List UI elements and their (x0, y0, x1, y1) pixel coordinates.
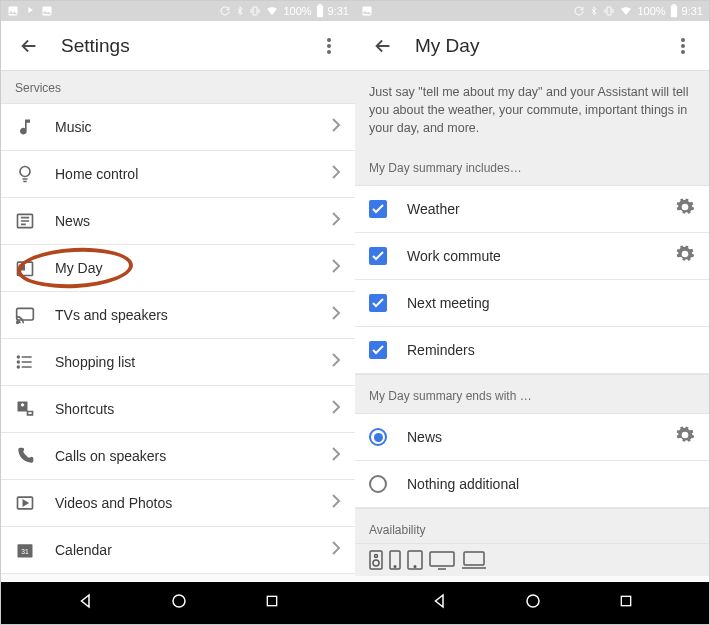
today-icon (15, 258, 35, 278)
triangle-back-icon (431, 592, 449, 610)
overflow-button[interactable] (317, 34, 341, 58)
music-note-icon (15, 117, 35, 137)
row-label: News (55, 213, 331, 229)
radio-label: Nothing additional (407, 476, 695, 492)
svg-rect-12 (17, 308, 34, 320)
chevron-right-icon (331, 494, 341, 508)
radio-nothing[interactable]: Nothing additional (355, 461, 709, 508)
news-icon (15, 211, 35, 231)
chevron-right-icon (331, 259, 341, 273)
tablet-icon (407, 550, 423, 570)
back-button[interactable] (369, 32, 397, 60)
tv-icon (429, 550, 455, 570)
row-label: Calendar (55, 542, 331, 558)
back-button[interactable] (15, 32, 43, 60)
radio-icon[interactable] (369, 475, 387, 493)
svg-point-36 (414, 566, 416, 568)
settings-gear[interactable] (675, 425, 695, 449)
circle-home-icon (170, 592, 188, 610)
vibrate-icon (249, 5, 261, 17)
svg-point-28 (681, 44, 685, 48)
nav-back[interactable] (431, 592, 449, 614)
row-calendar[interactable]: 31 Calendar (1, 527, 355, 574)
radio-icon[interactable] (369, 428, 387, 446)
nav-recent[interactable] (618, 593, 634, 613)
back-arrow-icon (372, 35, 394, 57)
nav-recent[interactable] (264, 593, 280, 613)
video-icon (15, 493, 35, 513)
settings-gear[interactable] (675, 197, 695, 221)
settings-gear[interactable] (675, 244, 695, 268)
row-label: Home control (55, 166, 331, 182)
play-icon (25, 5, 35, 15)
check-label: Work commute (407, 248, 675, 264)
chevron-right-icon (331, 400, 341, 414)
calendar-icon: 31 (15, 540, 35, 560)
status-bar: 100% 9:31 (1, 1, 355, 21)
nav-bar (355, 582, 709, 624)
checkbox-icon[interactable] (369, 247, 387, 265)
dots-vertical-icon (327, 38, 331, 54)
row-music[interactable]: Music (1, 104, 355, 151)
square-recent-icon (264, 593, 280, 609)
row-label: Calls on speakers (55, 448, 331, 464)
row-label: Videos and Photos (55, 495, 331, 511)
row-home-control[interactable]: Home control (1, 151, 355, 198)
row-shortcuts[interactable]: Shortcuts (1, 386, 355, 433)
checkbox-icon[interactable] (369, 200, 387, 218)
image-icon (361, 5, 373, 17)
bulb-icon (15, 164, 35, 184)
cast-icon (15, 305, 35, 325)
svg-point-13 (17, 322, 19, 324)
availability-header: Availability (355, 508, 709, 544)
refresh-icon (573, 5, 585, 17)
check-next-meeting[interactable]: Next meeting (355, 280, 709, 327)
row-shopping-list[interactable]: Shopping list (1, 339, 355, 386)
ends-header: My Day summary ends with … (355, 374, 709, 414)
radio-news[interactable]: News (355, 414, 709, 461)
row-label: Shortcuts (55, 401, 331, 417)
svg-rect-26 (672, 4, 675, 6)
nav-home[interactable] (524, 592, 542, 614)
check-weather[interactable]: Weather (355, 186, 709, 233)
chevron-right-icon (331, 353, 341, 367)
svg-point-5 (327, 38, 331, 42)
row-tvs-speakers[interactable]: TVs and speakers (1, 292, 355, 339)
checkbox-icon[interactable] (369, 341, 387, 359)
check-work-commute[interactable]: Work commute (355, 233, 709, 280)
check-label: Next meeting (407, 295, 695, 311)
svg-rect-37 (430, 552, 454, 566)
circle-home-icon (524, 592, 542, 610)
bluetooth-icon (235, 5, 245, 17)
chevron-right-icon (331, 165, 341, 179)
svg-point-8 (20, 167, 30, 177)
row-videos-photos[interactable]: Videos and Photos (1, 480, 355, 527)
row-my-day[interactable]: My Day (1, 245, 355, 292)
gear-icon (675, 197, 695, 217)
gear-icon (675, 244, 695, 264)
svg-point-16 (18, 366, 20, 368)
checkbox-icon[interactable] (369, 294, 387, 312)
nav-bar (1, 582, 355, 624)
triangle-back-icon (77, 592, 95, 610)
laptop-icon (461, 550, 487, 570)
svg-rect-2 (253, 7, 257, 15)
row-label: My Day (55, 260, 331, 276)
row-news[interactable]: News (1, 198, 355, 245)
svg-rect-24 (607, 7, 611, 15)
row-label: Shopping list (55, 354, 331, 370)
speaker-icon (369, 550, 383, 570)
nav-back[interactable] (77, 592, 95, 614)
shortcut-icon (15, 399, 35, 419)
row-label: Music (55, 119, 331, 135)
svg-rect-40 (621, 596, 630, 605)
svg-point-32 (373, 560, 379, 566)
check-reminders[interactable]: Reminders (355, 327, 709, 374)
row-calls-speakers[interactable]: Calls on speakers (1, 433, 355, 480)
overflow-button[interactable] (671, 34, 695, 58)
image-icon (7, 5, 19, 17)
list-icon (15, 352, 35, 372)
wifi-icon (619, 5, 633, 17)
nav-home[interactable] (170, 592, 188, 614)
svg-point-14 (18, 356, 20, 358)
